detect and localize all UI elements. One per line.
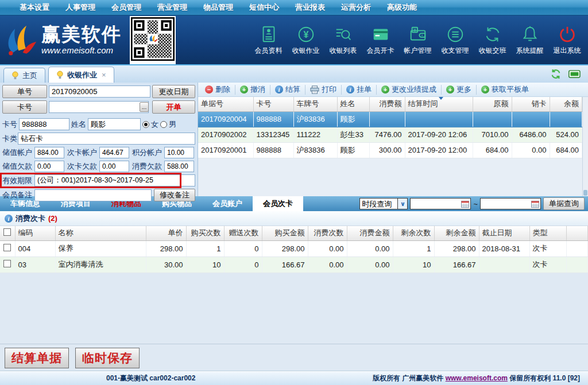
cell-settle-time[interactable] — [405, 111, 473, 127]
quick-action-income-expense[interactable]: 收支管理 — [436, 25, 474, 56]
cell-bill-no[interactable]: 20170920001 — [198, 142, 253, 158]
col-buy-amount[interactable]: 购买金额 — [262, 226, 308, 240]
consume-debt-input[interactable] — [164, 161, 194, 172]
tab-member-account[interactable]: 会员账户 — [202, 196, 253, 211]
order-row[interactable]: 20170902002 13312345 111222 彭生33 7476.00… — [198, 127, 582, 142]
cell-unit-price[interactable]: 30.00 — [146, 256, 186, 273]
edit-remark-button[interactable]: 修改备注 — [154, 189, 195, 201]
cell-code[interactable]: 004 — [15, 240, 55, 256]
col-item-name[interactable]: 名称 — [55, 226, 146, 240]
col-card-no[interactable]: 卡号 — [253, 97, 293, 111]
cell-balance[interactable]: 524.00 — [550, 127, 582, 142]
cell-used-amount[interactable]: 0.00 — [347, 240, 393, 256]
cell-used-times[interactable]: 0.00 — [308, 256, 347, 273]
tab-home[interactable]: 主页 — [3, 68, 45, 83]
cell-unit-price[interactable]: 298.00 — [146, 240, 186, 256]
menu-item-goods[interactable]: 物品管理 — [203, 2, 233, 13]
cell-balance[interactable] — [550, 111, 582, 127]
change-date-button[interactable]: 更改日期 — [152, 85, 195, 98]
gender-female-radio[interactable] — [142, 121, 149, 128]
col-remain-amount[interactable]: 剩余金额 — [434, 226, 479, 240]
print-button[interactable]: 打印 — [305, 85, 342, 95]
cell-original[interactable]: 684.00 — [473, 142, 512, 158]
hold-order-button[interactable]: i 挂单 — [342, 85, 377, 95]
cell-expiry[interactable] — [479, 256, 529, 273]
times-card-row[interactable]: 03 室内消毒清洗 30.00 10 0 166.67 0.00 0.00 10… — [0, 256, 588, 273]
cell-gift-times[interactable]: 0 — [224, 240, 262, 256]
cell-card-no[interactable]: 13312345 — [253, 127, 293, 142]
cell-written-off[interactable]: 6486.00 — [512, 127, 550, 142]
cell-name[interactable]: 顾影 — [337, 142, 369, 158]
order-no-input[interactable] — [49, 85, 150, 98]
refresh-icon[interactable] — [550, 69, 562, 79]
cell-buy-times[interactable]: 10 — [186, 256, 224, 273]
cell-balance[interactable]: 684.00 — [550, 142, 582, 158]
quick-action-shift-change[interactable]: 收银交班 — [474, 25, 511, 56]
order-row-selected[interactable]: 20170920004 988888 沪83836 顾影 — [198, 111, 582, 127]
col-original[interactable]: 原额 — [473, 97, 512, 111]
tab-cashier-active[interactable]: 收银作业 × — [48, 67, 114, 83]
open-order-button[interactable]: 开单 — [152, 100, 195, 114]
times-debt-input[interactable] — [99, 161, 129, 172]
query-mode-select[interactable]: 时段查询 ∨ — [359, 198, 408, 209]
col-code[interactable]: 编码 — [15, 226, 55, 240]
col-used-times[interactable]: 消费次数 — [308, 226, 347, 240]
menu-item-reports[interactable]: 营业报表 — [295, 2, 325, 13]
col-expiry[interactable]: 截止日期 — [479, 226, 529, 240]
cell-used-amount[interactable]: 0.00 — [347, 256, 393, 273]
cell-item-name[interactable]: 保养 — [55, 240, 146, 256]
quick-action-reminders[interactable]: 系统提醒 — [511, 25, 548, 56]
cell-remain-times[interactable]: 1 — [393, 240, 434, 256]
col-buy-times[interactable]: 购买次数 — [186, 226, 224, 240]
menu-item-business[interactable]: 营业管理 — [157, 2, 187, 13]
fetch-tablet-order-button[interactable]: + 获取平板单 — [477, 85, 533, 95]
card-type-input[interactable] — [18, 133, 195, 145]
col-gift-times[interactable]: 赠送次数 — [224, 226, 262, 240]
menu-item-sms[interactable]: 短信中心 — [249, 2, 279, 13]
website-link[interactable]: www.emeisoft.com — [446, 374, 508, 382]
quick-action-exit[interactable]: 退出系统 — [548, 25, 586, 56]
quick-action-accounts[interactable]: ¥ 帐户管理 — [399, 25, 436, 56]
cell-settle-time[interactable]: 2017-09-20 12:00 — [405, 142, 473, 158]
col-name[interactable]: 姓名 — [337, 97, 369, 111]
date-to-input[interactable]: 2017-09-20 — [480, 198, 541, 209]
points-account-input[interactable] — [164, 147, 194, 158]
change-commission-button[interactable]: + 更改业绩提成 — [377, 85, 442, 95]
col-unit-price[interactable]: 单价 — [146, 226, 186, 240]
undo-button[interactable]: + 撤消 — [235, 85, 270, 95]
cell-original[interactable]: 7010.00 — [473, 127, 512, 142]
cell-bill-no[interactable]: 20170920004 — [198, 111, 253, 127]
cell-name[interactable]: 顾影 — [337, 111, 369, 127]
date-from-input[interactable]: 2017-09-20 — [410, 198, 471, 209]
menu-item-basic-settings[interactable]: 基本设置 — [20, 2, 49, 13]
battery-icon[interactable] — [568, 70, 581, 78]
tab-close-icon[interactable]: × — [102, 71, 106, 79]
cell-type[interactable]: 次卡 — [529, 240, 566, 256]
cell-card-no[interactable]: 988888 — [253, 111, 293, 127]
cell-written-off[interactable]: 0.00 — [512, 142, 550, 158]
cell-remain-amount[interactable]: 298.00 — [434, 240, 479, 256]
gender-male-radio[interactable] — [160, 121, 167, 128]
name-input[interactable] — [88, 118, 141, 130]
col-settle-time[interactable]: 结算时间 — [405, 97, 473, 111]
quick-action-member-profile[interactable]: 会员资料 — [250, 25, 287, 56]
col-bill-no[interactable]: 单据号 — [198, 97, 253, 111]
cell-card-no[interactable]: 988888 — [253, 142, 293, 158]
tab-member-times-card[interactable]: 会员次卡 — [253, 196, 303, 211]
col-plate[interactable]: 车牌号 — [293, 97, 337, 111]
validity-input[interactable] — [34, 174, 195, 186]
delete-button[interactable]: − 删除 — [200, 85, 235, 95]
cell-gift-times[interactable]: 0 — [224, 256, 262, 273]
temp-save-button[interactable]: 临时保存 — [75, 348, 140, 368]
card-lookup-button[interactable]: ... — [140, 102, 149, 112]
order-no-button[interactable]: 单号 — [2, 85, 47, 98]
cell-remain-times[interactable]: 10 — [393, 256, 434, 273]
col-amount[interactable]: 消费额 — [369, 97, 405, 111]
quick-action-cashier-list[interactable]: 收银列表 — [324, 25, 362, 56]
cell-used-times[interactable]: 0.00 — [308, 240, 347, 256]
row-checkbox[interactable] — [3, 260, 11, 267]
cell-amount[interactable]: 300.00 — [369, 142, 405, 158]
menu-item-hr[interactable]: 人事管理 — [65, 2, 95, 13]
order-row[interactable]: 20170920001 988888 沪83836 顾影 300.00 2017… — [198, 142, 582, 158]
stored-debt-input[interactable] — [34, 161, 64, 172]
